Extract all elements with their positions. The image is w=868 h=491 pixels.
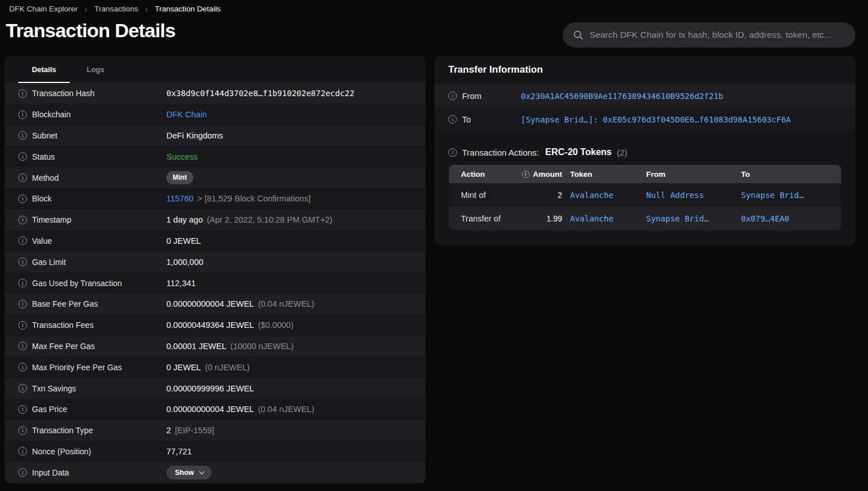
- from-address-link[interactable]: Null Address: [646, 191, 733, 200]
- row-value: 0.00000000004 JEWEL(0.04 nJEWEL): [166, 405, 314, 414]
- method-badge: Mint: [166, 171, 193, 184]
- row-label-text: Gas Price: [32, 405, 67, 414]
- row-value-secondary: (0.04 nJEWEL): [258, 299, 314, 308]
- breadcrumb-item[interactable]: DFK Chain Explorer: [9, 5, 78, 13]
- to-address-link[interactable]: [Synapse Brid…]: 0xE05c976d3f045D0E6…f61…: [521, 115, 791, 124]
- transaction-details-panel: DetailsLogs iTransaction Hash0x38d9c0f14…: [5, 56, 425, 484]
- details-tab-bar: DetailsLogs: [5, 56, 425, 83]
- info-icon: i: [18, 110, 27, 119]
- tab-logs[interactable]: Logs: [70, 56, 121, 82]
- breadcrumb-separator-icon: ‹: [85, 5, 87, 13]
- info-icon: i: [18, 173, 27, 182]
- row-value: 0x38d9c0f144d3702e8…f1b910202e872ecdc22: [166, 89, 355, 98]
- details-rows: iTransaction Hash0x38d9c0f144d3702e8…f1b…: [5, 83, 425, 483]
- transaction-actions-label: Transaction Actions:: [462, 148, 539, 157]
- row-value-secondary: (0 nJEWEL): [205, 363, 249, 372]
- token-link[interactable]: Avalanche: [570, 191, 638, 200]
- actions-table-header: ActioniAmountTokenFromTo: [449, 165, 841, 183]
- table-row: iValue0 JEWEL: [5, 231, 425, 252]
- action-cell: Mint of: [461, 191, 521, 200]
- row-value: DeFi Kingdoms: [166, 131, 223, 140]
- info-icon: i: [18, 195, 27, 203]
- table-row: iTimestamp1 day ago(Apr 2, 2022, 5:10:28…: [5, 209, 425, 231]
- row-label-text: Status: [32, 152, 55, 161]
- row-label-text: Gas Limit: [32, 258, 66, 267]
- info-icon: i: [18, 405, 27, 414]
- search-icon: [573, 30, 584, 41]
- row-value: 112,341: [166, 279, 196, 288]
- row-value-secondary: (0.04 nJEWEL): [258, 405, 314, 414]
- blockchain-link[interactable]: DFK Chain: [166, 110, 207, 119]
- to-address-link[interactable]: 0x079…4EA0: [741, 214, 829, 223]
- row-label-text: Txn Savings: [32, 384, 76, 393]
- info-icon: i: [18, 279, 27, 287]
- table-row: iTransaction Type2[EIP-1559]: [5, 420, 425, 441]
- info-icon: i: [522, 171, 529, 178]
- token-link[interactable]: Avalanche: [570, 214, 638, 223]
- row-label-text: Base Fee Per Gas: [32, 299, 98, 308]
- row-label-text: Max Priority Fee Per Gas: [32, 363, 122, 372]
- to-address-link[interactable]: Synapse Brid…: [741, 191, 829, 200]
- row-value: 0.00000449364 JEWEL($0.0000): [166, 320, 293, 330]
- row-value: 77,721: [166, 447, 192, 456]
- row-label: iGas Price: [18, 405, 166, 414]
- row-value-text: 0.00000999996 JEWEL: [166, 384, 254, 393]
- actions-table-body: Mint of2AvalancheNull AddressSynapse Bri…: [449, 183, 841, 230]
- table-row: iGas Price0.00000000004 JEWEL(0.04 nJEWE…: [5, 399, 425, 420]
- breadcrumb-item[interactable]: Transactions: [94, 5, 138, 13]
- transfer-row-label: iTo: [448, 115, 521, 124]
- row-value-secondary: (10000 nJEWEL): [230, 342, 293, 351]
- transaction-actions-table: ActioniAmountTokenFromTo Mint of2Avalanc…: [449, 165, 841, 230]
- row-value: 0.00001 JEWEL(10000 nJEWEL): [166, 342, 293, 351]
- search-bar[interactable]: [563, 22, 855, 47]
- action-cell: Transfer of: [461, 214, 521, 223]
- block-link[interactable]: 115760: [166, 194, 193, 203]
- row-label: iTxn Savings: [18, 384, 166, 393]
- row-label: iValue: [18, 236, 166, 246]
- column-header-token: Token: [570, 170, 638, 179]
- from-address-link[interactable]: 0x230A1AC45690B9Ae1176389434610B9526d2f2…: [521, 92, 723, 101]
- info-icon: i: [448, 115, 457, 124]
- info-icon: i: [448, 92, 457, 100]
- row-label: iMax Priority Fee Per Gas: [18, 363, 166, 372]
- row-value: 1 day ago(Apr 2, 2022, 5:10:28 PM GMT+2): [166, 215, 332, 224]
- breadcrumb-item[interactable]: Transaction Details: [155, 5, 221, 13]
- info-icon: i: [18, 89, 27, 98]
- show-input-data-button[interactable]: Show: [166, 466, 212, 480]
- info-icon: i: [448, 148, 457, 157]
- transaction-actions-count: (2): [617, 148, 627, 157]
- row-label: iTransaction Fees: [18, 320, 166, 330]
- info-icon: i: [18, 447, 27, 456]
- table-row: iGas Used by Transaction112,341: [5, 272, 425, 294]
- row-value-text: 0.00000000004 JEWEL: [166, 299, 254, 308]
- column-header-amount-text: Amount: [533, 170, 562, 179]
- tab-details[interactable]: Details: [18, 56, 70, 82]
- row-label-text: Nonce (Position): [32, 447, 91, 456]
- table-row: iGas Limit1,000,000: [5, 251, 425, 272]
- table-row: iNonce (Position)77,721: [5, 441, 425, 462]
- row-label-text: Transaction Hash: [32, 89, 94, 98]
- row-value-text: 112,341: [166, 279, 196, 288]
- row-label-text: Timestamp: [32, 215, 71, 224]
- row-value-secondary: (Apr 2, 2022, 5:10:28 PM GMT+2): [207, 215, 333, 224]
- row-label: iMax Fee Per Gas: [18, 342, 166, 351]
- row-value-text: 77,721: [166, 447, 192, 456]
- transfer-row: iTo[Synapse Brid…]: 0xE05c976d3f045D0E6……: [435, 108, 855, 131]
- row-label: iGas Limit: [18, 258, 166, 267]
- row-value: 0 JEWEL: [166, 236, 201, 246]
- row-value-text: 0 JEWEL: [166, 363, 201, 372]
- table-row: iBlockchainDFK Chain: [5, 104, 425, 125]
- transfer-information-panel: Transfer Information iFrom0x230A1AC45690…: [435, 56, 855, 246]
- transfer-information-title: Transfer Information: [435, 56, 855, 84]
- search-input[interactable]: [563, 22, 855, 47]
- row-label: iSubnet: [18, 131, 166, 140]
- from-address-link[interactable]: Synapse Brid…: [646, 214, 733, 223]
- info-icon: i: [18, 216, 27, 224]
- row-label-text: Blockchain: [32, 110, 71, 119]
- breadcrumb: DFK Chain Explorer‹Transactions‹Transact…: [9, 5, 221, 13]
- table-row: iTransaction Fees0.00000449364 JEWEL($0.…: [5, 315, 425, 336]
- row-value-text: 1,000,000: [166, 258, 204, 267]
- table-row: iMax Priority Fee Per Gas0 JEWEL(0 nJEWE…: [5, 357, 425, 378]
- row-value: 0 JEWEL(0 nJEWEL): [166, 363, 250, 372]
- info-icon: i: [18, 426, 27, 435]
